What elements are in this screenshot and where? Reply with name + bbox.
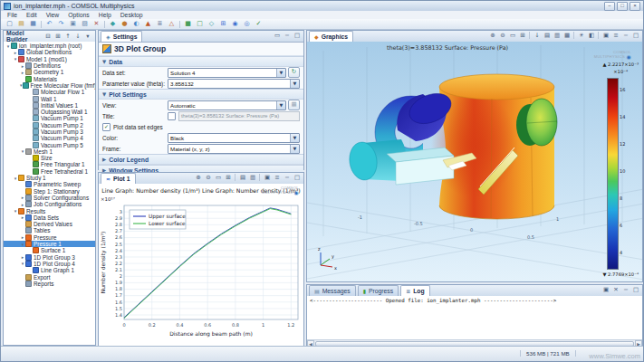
tree-item-vacuum-pump-1[interactable]: Vacuum Pump 1 [4,115,95,121]
maximize-icon[interactable]: □ [631,286,640,294]
parameter-combo[interactable]: 3.858132 ▼ [168,79,300,89]
print-icon[interactable]: ≡ [273,174,282,182]
copy-icon[interactable]: ▣ [68,19,79,29]
view-combo[interactable]: Automatic ▼ [168,100,286,110]
log-content[interactable]: <---------------------- Opened file: ion… [307,296,642,340]
maximize-panel-icon[interactable]: □ [293,32,302,40]
close-button[interactable]: × [630,2,640,11]
tree-item-1d-plot-group-4[interactable]: ▾1D Plot Group 4 [4,261,95,267]
delete-icon[interactable]: ✕ [91,19,102,29]
tab-messages[interactable]: ▤Messages [309,285,356,296]
image-snapshot-icon[interactable]: ▣ [601,32,610,40]
zoom-out-icon[interactable]: ⊖ [204,174,213,182]
geometry-icon[interactable]: ◆ [108,19,119,29]
menu-desktop[interactable]: Desktop [116,12,148,18]
frame-combo[interactable]: Material (x, y, z) ▼ [168,144,300,154]
tree-item-tables[interactable]: Tables [4,227,95,233]
view-settings-button[interactable]: ▦ [288,100,300,110]
move-down-icon[interactable]: ↓ [73,33,82,41]
report-icon[interactable]: ◇ [207,19,217,29]
tree-item-vacuum-pump-4[interactable]: Vacuum Pump 4 [4,135,95,141]
plot-dataset-edges-checkbox[interactable]: ✓ [102,123,111,131]
clear-log-icon[interactable]: ✕ [611,286,620,294]
tree-item-size[interactable]: Size [4,155,95,161]
new-icon[interactable]: ▢ [5,19,15,29]
tree-item-1d-plot-group-3[interactable]: ▸1D Plot Group 3 [4,254,95,261]
minimize-icon[interactable]: − [621,286,630,294]
tree-item-vacuum-pump-2[interactable]: Vacuum Pump 2 [4,122,95,129]
minimize-icon[interactable]: − [283,174,292,182]
splitter-middle[interactable] [304,30,306,346]
section-color-legend[interactable]: ▶ Color Legend [99,154,303,165]
menu-view[interactable]: View [42,12,64,18]
tree-item-step-1-stationary[interactable]: Step 1: Stationary [4,188,95,195]
study-icon[interactable]: △ [167,19,178,29]
menu-options[interactable]: Options [63,12,93,18]
tree-item-data-sets[interactable]: ▸Data Sets [4,214,95,221]
zoom-extents-icon[interactable]: ⊞ [224,174,233,182]
mesh-icon[interactable]: ▲ [143,19,154,29]
physics-icon[interactable]: ◐ [131,19,142,29]
undo-icon[interactable]: ↶ [44,19,55,29]
tree-item-free-molecular-flow-fmf[interactable]: ▾Free Molecular Flow (fmf) [4,82,95,89]
tree-item-free-triangular-1[interactable]: Free Triangular 1 [4,161,95,167]
tree-item-model-1-mod1[interactable]: ▾Model 1 (mod1) [4,56,95,62]
tab-settings[interactable]: ◈ Settings [101,31,142,42]
tree-item-molecular-flow-1[interactable]: Molecular Flow 1 [4,89,95,95]
line-chart[interactable]: Line Graph: Number density (1/m³) Line G… [99,184,303,348]
tree-item-wall-1[interactable]: Wall 1 [4,95,95,101]
tree-item-mesh-1[interactable]: ▾Mesh 1 [4,148,95,155]
tree-item-parametric-sweep[interactable]: Parametric Sweep [4,181,95,187]
x-axis-log-icon[interactable]: ▤ [238,174,247,182]
float-panel-icon[interactable]: ▭ [273,32,282,40]
refresh-solution-button[interactable]: ↻ [288,67,300,78]
collapse-all-icon[interactable]: ⊟ [43,33,53,41]
maximize-icon[interactable]: □ [631,32,640,40]
tree-item-definitions[interactable]: ▸Definitions [4,62,95,69]
menu-icon[interactable]: ▾ [83,33,92,41]
splitter-graphics-log[interactable] [306,282,643,284]
open-icon[interactable]: ▤ [16,19,27,29]
compute-icon[interactable]: ≣ [155,19,166,29]
window-icon[interactable]: ◉ [230,19,241,29]
material-icon[interactable]: ● [120,19,130,29]
zoom-extents-icon[interactable]: ⊞ [518,32,527,40]
scene-light-icon[interactable]: ☀ [577,32,586,40]
zoom-in-icon[interactable]: ⊕ [488,32,497,40]
tree-item-vacuum-pump-5[interactable]: Vacuum Pump 5 [4,141,95,148]
tree-item-ion-implanter-mph-root[interactable]: ▾ion_implanter.mph (root) [4,43,95,49]
expand-all-icon[interactable]: ⊞ [53,33,62,41]
tree-item-pressure-1[interactable]: ▾Pressure 1 [4,241,95,247]
tree-item-vacuum-pump-3[interactable]: Vacuum Pump 3 [4,129,95,135]
results-icon[interactable]: ■ [183,19,194,29]
tree-item-pressure[interactable]: ▸Pressure [4,234,95,241]
splitter-left[interactable] [96,30,98,346]
minimize-icon[interactable]: − [621,32,630,40]
maximize-button[interactable]: □ [617,2,628,11]
zoom-extents-icon[interactable]: ⊞ [218,19,229,29]
tree-item-global-definitions[interactable]: ▸Global Definitions [4,49,95,55]
transparency-icon[interactable]: ◧ [587,32,596,40]
splitter-settings-plot[interactable] [98,170,304,172]
tab-plot1[interactable]: ≈ Plot 1 [101,173,136,184]
section-plot-settings[interactable]: ▼ Plot Settings [99,89,303,100]
tree-item-geometry-1[interactable]: ▸Geometry 1 [4,69,95,75]
view-zx-icon[interactable]: ▦ [562,32,572,40]
title-checkbox[interactable] [168,112,176,120]
tree-item-export[interactable]: Export [4,273,95,280]
menu-help[interactable]: Help [94,12,116,18]
tab-log[interactable]: ≡Log [400,285,430,296]
go-to-default-view-icon[interactable]: ↓ [533,32,542,40]
zoom-in-icon[interactable]: ⊕ [194,174,203,182]
paste-icon[interactable]: ▨ [80,19,91,29]
menu-edit[interactable]: Edit [22,12,42,18]
tree-item-line-graph-1[interactable]: Line Graph 1 [4,267,95,273]
tree-item-reports[interactable]: Reports [4,281,95,287]
tree-item-surface-1[interactable]: Surface 1 [4,247,95,253]
tree-item-derived-values[interactable]: Derived Values [4,221,95,227]
tree-item-study-1[interactable]: ▾Study 1 [4,175,95,181]
tab-progress[interactable]: ▮Progress [358,285,399,296]
tree-item-job-configurations[interactable]: ▸Job Configurations [4,201,95,207]
image-snapshot-icon[interactable]: ▣ [263,174,272,182]
redo-icon[interactable]: ↷ [56,19,67,29]
